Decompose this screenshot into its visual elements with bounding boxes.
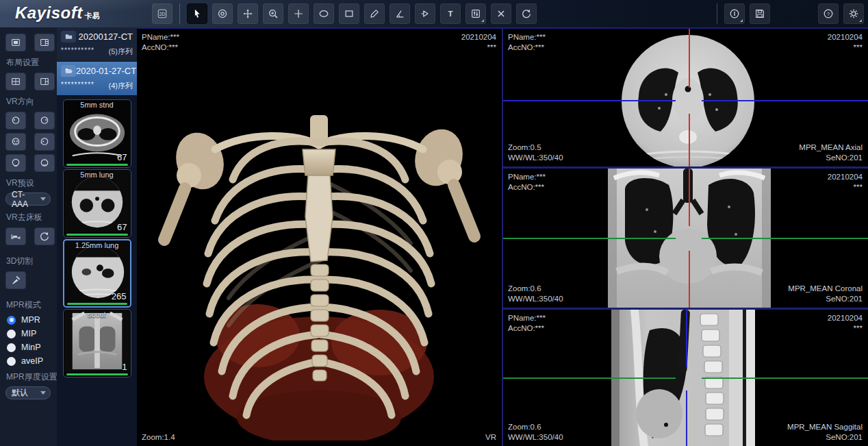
- toolbar-separator: [179, 3, 180, 24]
- mpr-mode-option-MPR[interactable]: MPR: [0, 313, 57, 327]
- viewport-vr[interactable]: PName:***AccNO:*** 20210204*** Zoom:1.4 …: [137, 29, 502, 446]
- crosshair-tool[interactable]: [288, 3, 309, 24]
- thumbnail-progress-bar: [66, 234, 128, 236]
- series-thumbnail-3[interactable]: 1.25mm lung265: [63, 239, 131, 308]
- rect-roi-tool[interactable]: [339, 3, 359, 24]
- layout-preset-button[interactable]: [34, 34, 55, 51]
- length-tool[interactable]: [364, 3, 385, 24]
- settings-button[interactable]: [843, 3, 864, 24]
- vr-bed-label: VR去床板: [0, 208, 57, 225]
- radio-unselected-icon[interactable]: [7, 330, 16, 338]
- arrow-icon: [420, 8, 431, 20]
- cursor-tool[interactable]: [187, 3, 207, 24]
- mpr-mode-option-aveIP[interactable]: aveIP: [0, 354, 57, 368]
- vr-head-top-button[interactable]: [5, 154, 26, 172]
- crosshair-line[interactable]: [686, 310, 687, 367]
- ellipse-roi-tool[interactable]: [314, 3, 334, 24]
- thumbnail-image-count: 265: [112, 291, 127, 301]
- viewport-sagittal[interactable]: PName:***AccNO:*** 20210204*** Zoom:0.6W…: [503, 310, 868, 446]
- window-level-tool[interactable]: [465, 3, 486, 24]
- svg-text:T: T: [448, 10, 452, 18]
- layout-1plus2-button[interactable]: [34, 73, 55, 90]
- thumbnail-label: scout: [64, 310, 131, 319]
- crosshair-line[interactable]: [689, 251, 690, 308]
- study-item-2[interactable]: 2020-01-27-CT**********(4)序列: [57, 62, 137, 96]
- folder-open-icon: [61, 65, 76, 77]
- layout-2x2-button[interactable]: [5, 73, 26, 90]
- vr-bed-group: [0, 225, 57, 247]
- mpr-thickness-select[interactable]: 默认: [5, 386, 51, 399]
- crosshair-line[interactable]: [503, 100, 676, 101]
- zoom-overlay: Zoom:0.6WW/WL:350/40: [508, 284, 563, 304]
- mpr-mode-option-MIP[interactable]: MIP: [0, 327, 57, 340]
- 2d-icon: 2D: [157, 8, 168, 20]
- reset-icon: [521, 8, 532, 20]
- vr-head-right-button[interactable]: [34, 112, 55, 129]
- study-series-count: (5)序列: [109, 47, 133, 57]
- zoom-tool[interactable]: [263, 3, 283, 24]
- pan-tool[interactable]: [238, 3, 258, 24]
- crosshair-line[interactable]: [689, 114, 690, 166]
- layout-2x2-icon: [10, 76, 21, 87]
- study-date-overlay: 20210204***: [828, 313, 863, 334]
- head-top-icon: [10, 158, 21, 169]
- toolbar-separator: [717, 3, 717, 24]
- info-tool[interactable]: [724, 3, 745, 24]
- series-thumbnail-1[interactable]: 5mm stnd67: [63, 99, 131, 168]
- study-title-row: 20200127-CT: [61, 31, 133, 42]
- vr-preset-select[interactable]: CT-AAA: [5, 193, 51, 206]
- study-item-1[interactable]: 20200127-CT**********(5)序列: [57, 27, 137, 62]
- vr-face-side-button[interactable]: [34, 133, 55, 151]
- viewport-coronal[interactable]: PName:***AccNO:*** 20210204*** Zoom:0.6W…: [503, 169, 868, 308]
- series-thumbnail-2[interactable]: 5mm lung67: [63, 169, 131, 238]
- series-thumbnail-4[interactable]: scout1: [63, 309, 131, 377]
- radio-unselected-icon[interactable]: [7, 343, 16, 352]
- window-level-icon: [470, 8, 481, 20]
- gear-icon: [848, 8, 859, 20]
- save-tool[interactable]: [750, 3, 770, 24]
- bed-reset-button[interactable]: [34, 227, 55, 245]
- mode-2d-tool[interactable]: 2D: [152, 3, 173, 24]
- crosshair-line[interactable]: [689, 169, 690, 226]
- thumbnail-image-count: 67: [117, 152, 127, 162]
- mpr-mode-option-MinP[interactable]: MinP: [0, 340, 57, 354]
- reset-icon: [39, 231, 50, 242]
- delete-annotation-tool[interactable]: [491, 3, 511, 24]
- study-title: 2020-01-27-CT: [76, 66, 136, 76]
- arrow-annotate-tool[interactable]: [415, 3, 435, 24]
- crosshair-line[interactable]: [503, 377, 676, 379]
- help-button[interactable]: ?: [818, 3, 839, 24]
- thumbnail-progress-bar: [66, 373, 128, 375]
- stack-scroll-tool[interactable]: [212, 3, 233, 24]
- thumbnail-label: 1.25mm lung: [64, 241, 130, 249]
- mpr-thickness-label: MPR厚度设置: [0, 368, 57, 385]
- study-series-count: (4)序列: [109, 81, 133, 91]
- vr-head-bottom-button[interactable]: [34, 154, 55, 172]
- mpr-mode-label: MPR模式: [0, 291, 57, 313]
- viewport-axial[interactable]: PName:***AccNO:*** 20210204*** Zoom:0.5W…: [503, 29, 868, 166]
- scalpel-cut-button[interactable]: [5, 271, 26, 289]
- crosshair-line[interactable]: [702, 100, 868, 101]
- text-annotate-tool[interactable]: T: [440, 3, 461, 24]
- zoom-overlay: Zoom:0.6WW/WL:350/40: [508, 422, 563, 443]
- crosshair-line[interactable]: [689, 29, 690, 88]
- crosshair-line[interactable]: [702, 377, 868, 379]
- head-front-icon: [10, 136, 21, 147]
- radio-selected-icon[interactable]: [7, 316, 16, 325]
- radio-unselected-icon[interactable]: [7, 357, 16, 366]
- crosshair-line[interactable]: [686, 391, 687, 446]
- thumbnail-list: 5mm stnd675mm lung671.25mm lung265scout1: [57, 96, 137, 377]
- crosshair-line[interactable]: [702, 238, 868, 239]
- head-left-icon: [10, 115, 21, 126]
- reset-tool[interactable]: [516, 3, 537, 24]
- folder-closed-icon: [64, 32, 73, 41]
- chevron-down-icon: [40, 391, 46, 395]
- remove-bed-button[interactable]: [5, 227, 26, 245]
- crosshair-line[interactable]: [503, 238, 676, 239]
- app-logo: Kayisoft 卡易: [15, 3, 100, 23]
- vr-face-front-button[interactable]: [5, 133, 26, 151]
- vr-head-left-button[interactable]: [5, 112, 26, 129]
- study-masked-id: **********: [61, 47, 94, 57]
- layout-single-button[interactable]: [5, 34, 26, 51]
- angle-tool[interactable]: [390, 3, 410, 24]
